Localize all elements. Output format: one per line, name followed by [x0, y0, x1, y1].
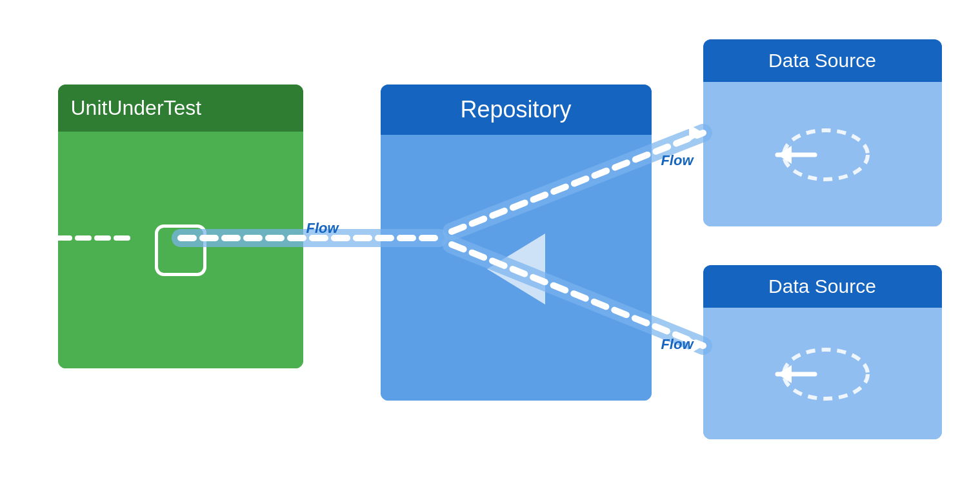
data-source-top-header: Data Source — [703, 39, 942, 82]
flow-label-top-text: Flow — [661, 152, 693, 168]
ds-top-arrow-icon — [765, 113, 881, 197]
unit-under-test-body — [58, 132, 303, 368]
flow-label-middle-text: Flow — [306, 220, 339, 236]
data-source-top-title: Data Source — [768, 50, 876, 71]
data-source-bottom-box: Data Source — [703, 265, 942, 439]
data-source-top-body — [703, 82, 942, 226]
data-source-bottom-body — [703, 308, 942, 439]
data-source-top-box: Data Source — [703, 39, 942, 226]
repository-box: Repository — [381, 85, 652, 401]
flow-label-bottom-text: Flow — [661, 336, 693, 352]
triangle-icon — [487, 234, 545, 304]
flow-label-middle: Flow — [306, 220, 339, 237]
square-icon — [155, 224, 206, 276]
flow-label-top: Flow — [661, 152, 693, 169]
unit-under-test-box: UnitUnderTest — [58, 85, 303, 368]
svg-marker-11 — [689, 124, 703, 141]
unit-under-test-title: UnitUnderTest — [71, 96, 202, 119]
unit-under-test-header: UnitUnderTest — [58, 85, 303, 132]
ds-bottom-arrow-icon — [765, 332, 881, 416]
diagram: UnitUnderTest Repository Data Source — [39, 20, 942, 459]
repository-title: Repository — [460, 96, 571, 123]
flow-label-bottom: Flow — [661, 336, 693, 353]
data-source-bottom-title: Data Source — [768, 275, 876, 297]
repository-body — [381, 135, 652, 401]
data-source-bottom-header: Data Source — [703, 265, 942, 308]
repository-header: Repository — [381, 85, 652, 135]
